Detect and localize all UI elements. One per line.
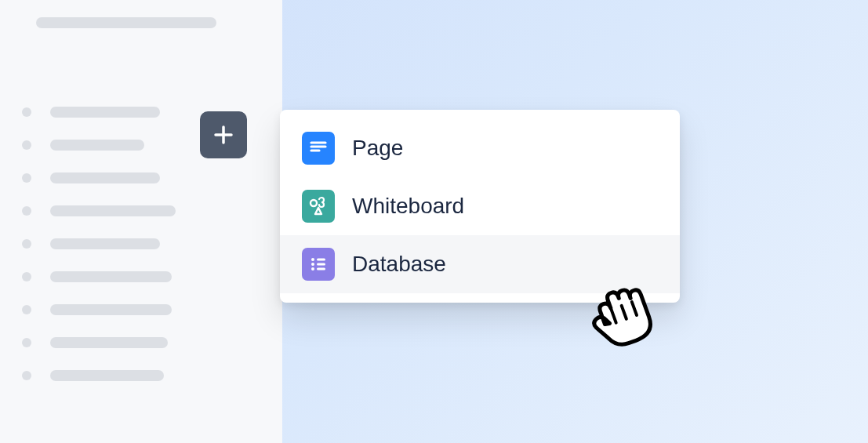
bullet-icon: [22, 239, 31, 249]
add-button[interactable]: [200, 111, 247, 158]
bullet-icon: [22, 305, 31, 314]
list-item-skeleton: [50, 337, 168, 348]
database-icon: [302, 248, 335, 281]
canvas-background: Page Whiteboard Database: [0, 0, 868, 443]
menu-item-page[interactable]: Page: [280, 119, 680, 177]
svg-rect-6: [317, 268, 325, 271]
list-item-skeleton: [50, 238, 160, 249]
list-item: [22, 205, 260, 216]
bullet-icon: [22, 371, 31, 380]
page-icon: [302, 132, 335, 165]
svg-rect-4: [317, 263, 325, 266]
list-item-skeleton: [50, 370, 164, 381]
bullet-icon: [22, 206, 31, 216]
menu-item-whiteboard[interactable]: Whiteboard: [280, 177, 680, 235]
create-menu: Page Whiteboard Database: [280, 110, 680, 303]
list-item-skeleton: [50, 304, 172, 315]
bullet-icon: [22, 272, 31, 281]
list-item-skeleton: [50, 205, 176, 216]
plus-icon: [212, 124, 234, 146]
menu-item-label: Database: [352, 252, 446, 277]
list-item: [22, 271, 260, 282]
svg-point-1: [311, 258, 314, 261]
sidebar-title-skeleton: [36, 17, 216, 28]
list-item: [22, 337, 260, 348]
whiteboard-icon: [302, 190, 335, 223]
bullet-icon: [22, 173, 31, 183]
list-item-skeleton: [50, 107, 160, 118]
menu-item-label: Page: [352, 136, 403, 161]
svg-point-5: [311, 267, 314, 271]
bullet-icon: [22, 338, 31, 347]
menu-item-database[interactable]: Database: [280, 235, 680, 293]
list-item-skeleton: [50, 172, 160, 183]
bullet-icon: [22, 140, 31, 150]
svg-point-3: [311, 263, 314, 266]
list-item: [22, 238, 260, 249]
svg-rect-2: [317, 259, 325, 261]
menu-item-label: Whiteboard: [352, 194, 464, 219]
bullet-icon: [22, 107, 31, 117]
list-item: [22, 370, 260, 381]
list-item-skeleton: [50, 140, 144, 151]
svg-point-0: [311, 200, 317, 206]
list-item: [22, 304, 260, 315]
list-item: [22, 172, 260, 183]
list-item-skeleton: [50, 271, 172, 282]
sidebar: [0, 0, 282, 443]
